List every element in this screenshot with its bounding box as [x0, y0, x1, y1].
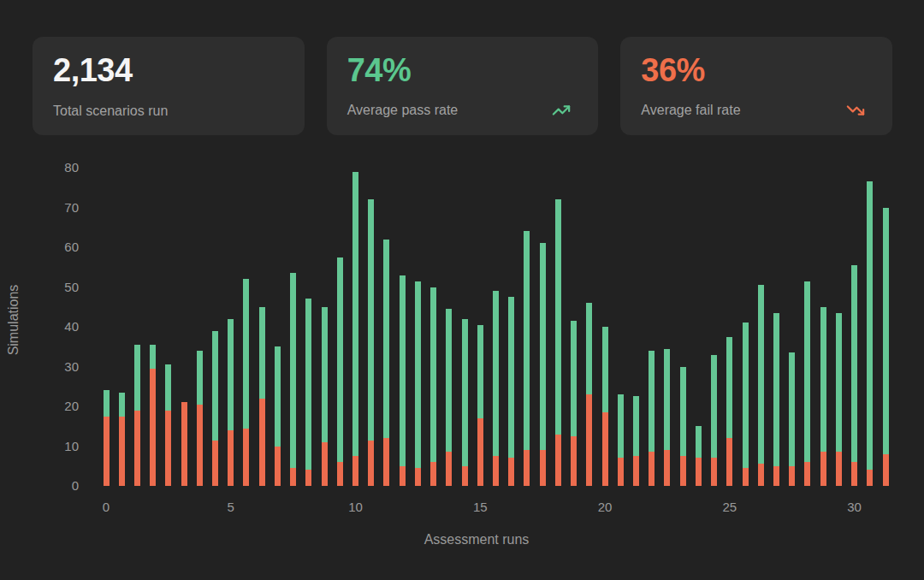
pass-segment[interactable]: [696, 426, 702, 458]
pass-segment[interactable]: [337, 257, 343, 462]
pass-segment[interactable]: [664, 349, 670, 451]
fail-segment[interactable]: [430, 462, 436, 486]
pass-segment[interactable]: [368, 199, 374, 440]
stacked-bar[interactable]: [524, 231, 530, 486]
fail-segment[interactable]: [119, 417, 125, 486]
fail-segment[interactable]: [836, 452, 842, 486]
stacked-bar[interactable]: [696, 426, 702, 486]
pass-segment[interactable]: [789, 352, 795, 466]
pass-segment[interactable]: [165, 364, 171, 410]
fail-segment[interactable]: [508, 458, 514, 486]
pass-segment[interactable]: [275, 346, 281, 446]
fail-segment[interactable]: [305, 470, 311, 486]
fail-segment[interactable]: [368, 441, 374, 486]
fail-segment[interactable]: [555, 435, 561, 486]
pass-segment[interactable]: [555, 199, 561, 434]
stacked-bar[interactable]: [711, 355, 717, 486]
fail-segment[interactable]: [664, 450, 670, 486]
fail-segment[interactable]: [867, 470, 873, 486]
stacked-bar[interactable]: [540, 243, 546, 486]
fail-segment[interactable]: [820, 452, 826, 486]
pass-segment[interactable]: [633, 396, 639, 456]
pass-segment[interactable]: [430, 287, 436, 463]
stacked-bar[interactable]: [400, 275, 406, 486]
stacked-bar[interactable]: [804, 281, 810, 486]
pass-segment[interactable]: [711, 355, 717, 459]
fail-segment[interactable]: [477, 418, 483, 486]
stacked-bar[interactable]: [337, 257, 343, 486]
pass-segment[interactable]: [415, 281, 421, 469]
pass-segment[interactable]: [228, 319, 234, 430]
fail-segment[interactable]: [711, 458, 717, 486]
fail-segment[interactable]: [322, 442, 328, 486]
pass-segment[interactable]: [743, 323, 749, 468]
stacked-bar[interactable]: [883, 208, 889, 486]
fail-segment[interactable]: [758, 464, 764, 486]
fail-segment[interactable]: [290, 468, 296, 486]
stacked-bar[interactable]: [212, 331, 218, 486]
stacked-bar[interactable]: [134, 345, 140, 486]
fail-segment[interactable]: [400, 466, 406, 486]
stacked-bar[interactable]: [649, 351, 654, 486]
stacked-bar[interactable]: [275, 346, 281, 486]
fail-segment[interactable]: [150, 369, 156, 486]
fail-segment[interactable]: [571, 436, 577, 486]
pass-segment[interactable]: [602, 327, 608, 412]
fail-segment[interactable]: [804, 462, 810, 486]
fail-segment[interactable]: [602, 412, 608, 486]
pass-segment[interactable]: [540, 243, 546, 450]
pass-segment[interactable]: [508, 297, 514, 458]
stacked-bar[interactable]: [758, 285, 764, 486]
pass-segment[interactable]: [212, 331, 218, 441]
stacked-bar[interactable]: [462, 319, 468, 486]
pass-segment[interactable]: [400, 275, 406, 466]
fail-segment[interactable]: [524, 450, 530, 486]
pass-segment[interactable]: [867, 181, 873, 470]
stacked-bar[interactable]: [680, 367, 686, 487]
stacked-bar[interactable]: [383, 240, 389, 486]
fail-segment[interactable]: [243, 429, 249, 486]
stacked-bar[interactable]: [243, 279, 249, 486]
stacked-bar[interactable]: [571, 321, 577, 486]
stacked-bar[interactable]: [259, 307, 265, 486]
plot-area[interactable]: [96, 168, 909, 486]
pass-segment[interactable]: [836, 313, 842, 453]
stacked-bar[interactable]: [508, 297, 514, 486]
pass-segment[interactable]: [259, 307, 265, 399]
stacked-bar[interactable]: [119, 393, 125, 486]
pass-segment[interactable]: [804, 281, 810, 463]
pass-segment[interactable]: [104, 390, 110, 416]
stacked-bar[interactable]: [165, 364, 171, 486]
pass-segment[interactable]: [493, 291, 499, 456]
stacked-bar[interactable]: [104, 390, 110, 486]
stacked-bar[interactable]: [851, 265, 857, 486]
fail-segment[interactable]: [618, 458, 624, 486]
stacked-bar[interactable]: [368, 199, 374, 486]
stacked-bar[interactable]: [633, 396, 639, 486]
fail-segment[interactable]: [883, 454, 889, 486]
stacked-bar[interactable]: [664, 349, 670, 486]
fail-segment[interactable]: [773, 466, 779, 486]
stacked-bar[interactable]: [197, 351, 203, 486]
fail-segment[interactable]: [352, 456, 358, 486]
pass-segment[interactable]: [462, 319, 468, 466]
stacked-bar[interactable]: [228, 319, 234, 486]
fail-segment[interactable]: [212, 441, 218, 486]
fail-segment[interactable]: [851, 462, 857, 486]
fail-segment[interactable]: [680, 456, 686, 486]
stacked-bar[interactable]: [477, 325, 483, 486]
pass-segment[interactable]: [883, 208, 889, 454]
fail-segment[interactable]: [493, 456, 499, 486]
stacked-bar[interactable]: [743, 323, 749, 486]
pass-segment[interactable]: [758, 285, 764, 464]
fail-segment[interactable]: [337, 462, 343, 486]
stacked-bar[interactable]: [305, 299, 311, 486]
fail-segment[interactable]: [696, 458, 702, 486]
fail-segment[interactable]: [181, 402, 187, 486]
pass-segment[interactable]: [773, 313, 779, 466]
fail-segment[interactable]: [259, 399, 265, 486]
fail-segment[interactable]: [462, 466, 468, 486]
fail-segment[interactable]: [446, 452, 452, 486]
stacked-bar[interactable]: [181, 402, 187, 486]
stacked-bar[interactable]: [618, 394, 624, 486]
